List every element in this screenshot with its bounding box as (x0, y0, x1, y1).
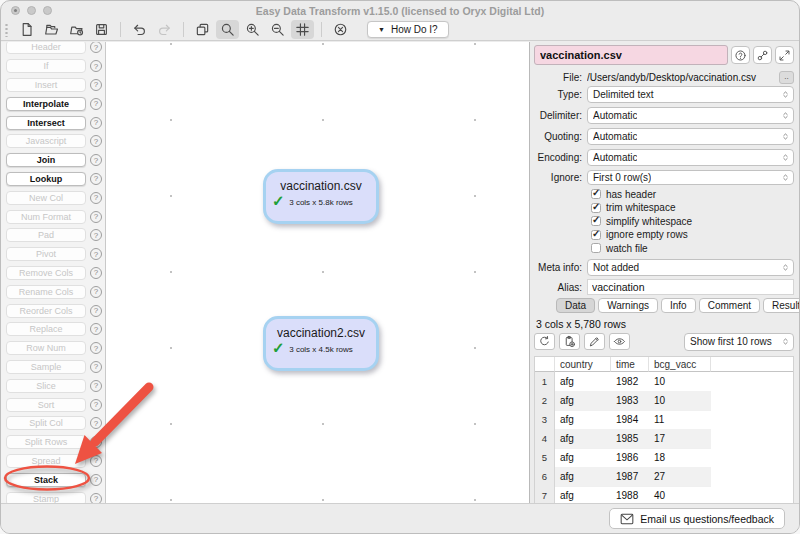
edit-button[interactable] (584, 333, 605, 350)
help-icon[interactable]: ? (90, 305, 102, 317)
transform-new-col-button[interactable]: New Col (6, 191, 86, 205)
flow-canvas[interactable]: ✓ vaccination.csv 3 cols x 5.8k rows ✓ v… (106, 42, 529, 504)
new-document-button[interactable] (15, 20, 38, 39)
transform-sort-button[interactable]: Sort (6, 398, 86, 412)
dataset-node[interactable]: ✓ vaccination.csv 3 cols x 5.8k rows (263, 169, 379, 224)
refresh-button[interactable] (534, 333, 555, 350)
help-icon[interactable]: ? (90, 79, 102, 91)
help-icon[interactable]: ? (90, 173, 102, 185)
zoom-out-button[interactable] (266, 20, 289, 39)
help-icon[interactable]: ? (90, 380, 102, 392)
help-icon[interactable]: ? (90, 135, 102, 147)
save-button[interactable] (90, 20, 113, 39)
help-icon[interactable]: ? (90, 211, 102, 223)
help-icon[interactable]: ? (90, 474, 102, 486)
dataset-node[interactable]: ✓ vaccination2.csv 3 cols x 4.5k rows (263, 316, 379, 371)
help-button[interactable] (731, 46, 750, 64)
ignore-rows-stepper[interactable]: First 0 row(s) (587, 170, 794, 185)
transform-split-col-button[interactable]: Split Col (6, 416, 86, 430)
help-icon[interactable]: ? (90, 361, 102, 373)
open-recent-button[interactable] (65, 20, 88, 39)
transform-pad-button[interactable]: Pad (6, 228, 86, 242)
redo-button[interactable] (153, 20, 176, 39)
has-header-checkbox[interactable] (591, 189, 601, 199)
help-icon[interactable]: ? (90, 192, 102, 204)
search-button[interactable] (216, 20, 239, 39)
zoom-in-button[interactable] (241, 20, 264, 39)
help-icon[interactable]: ? (90, 436, 102, 448)
table-row[interactable]: 6 afg 1987 27 (535, 467, 793, 486)
tab-comment[interactable]: Comment (699, 298, 760, 313)
alias-input[interactable] (587, 279, 794, 295)
delimiter-select[interactable]: Automatic (587, 107, 794, 124)
type-select[interactable]: Delimited text (587, 86, 794, 103)
watch-file-checkbox[interactable] (591, 243, 601, 253)
tab-info[interactable]: Info (661, 298, 696, 313)
undo-button[interactable] (128, 20, 151, 39)
transform-split-rows-button[interactable]: Split Rows (6, 435, 86, 449)
transform-intersect-button[interactable]: Intersect (6, 116, 86, 130)
help-icon[interactable]: ? (90, 117, 102, 129)
table-row[interactable]: 7 afg 1988 40 (535, 486, 793, 504)
help-icon[interactable]: ? (90, 229, 102, 241)
column-header[interactable]: country (555, 357, 611, 372)
transform-pivot-button[interactable]: Pivot (6, 247, 86, 261)
tab-data[interactable]: Data (556, 298, 595, 313)
transform-interpolate-button[interactable]: Interpolate (6, 97, 86, 111)
table-row[interactable]: 1 afg 1982 10 (535, 372, 793, 391)
stepper-arrows-icon[interactable] (781, 171, 790, 184)
transform-stack-button[interactable]: Stack (6, 473, 86, 487)
link-button[interactable] (753, 46, 772, 64)
duplicate-button[interactable] (191, 20, 214, 39)
help-icon[interactable]: ? (90, 342, 102, 354)
transform-num-format-button[interactable]: Num Format (6, 210, 86, 224)
help-icon[interactable]: ? (90, 455, 102, 467)
transform-if-button[interactable]: If (6, 59, 86, 73)
how-do-i-button[interactable]: ▼ How Do I? (367, 21, 449, 38)
tab-warnings[interactable]: Warnings (598, 298, 658, 313)
transform-join-button[interactable]: Join (6, 153, 86, 167)
cancel-button[interactable] (329, 20, 352, 39)
dataset-name-input[interactable] (534, 45, 728, 65)
trim-whitespace-checkbox[interactable] (591, 203, 601, 213)
expand-button[interactable] (775, 46, 794, 64)
transform-row-num-button[interactable]: Row Num (6, 341, 86, 355)
transform-reorder-cols-button[interactable]: Reorder Cols (6, 304, 86, 318)
transform-slice-button[interactable]: Slice (6, 379, 86, 393)
simplify-whitespace-checkbox[interactable] (591, 216, 601, 226)
show-rows-select[interactable]: Show first 10 rows (684, 333, 794, 351)
table-row[interactable]: 2 afg 1983 10 (535, 391, 793, 410)
quoting-select[interactable]: Automatic (587, 128, 794, 145)
column-header[interactable]: bcg_vacc (649, 357, 711, 372)
transform-javascript-button[interactable]: Javascript (6, 134, 86, 148)
transform-remove-cols-button[interactable]: Remove Cols (6, 266, 86, 280)
help-icon[interactable]: ? (90, 154, 102, 166)
help-icon[interactable]: ? (90, 98, 102, 110)
help-icon[interactable]: ? (90, 248, 102, 260)
transform-header-button[interactable]: Header (6, 42, 86, 54)
help-icon[interactable]: ? (90, 42, 102, 53)
help-icon[interactable]: ? (90, 323, 102, 335)
snap-grid-button[interactable] (291, 20, 314, 39)
table-row[interactable]: 4 afg 1985 17 (535, 429, 793, 448)
email-feedback-button[interactable]: Email us questions/feedback (609, 508, 785, 529)
transform-lookup-button[interactable]: Lookup (6, 172, 86, 186)
toolbar-drag-handle-icon[interactable] (5, 23, 8, 37)
copy-button[interactable] (559, 333, 580, 350)
meta-info-select[interactable]: Not added (587, 259, 794, 276)
transform-insert-button[interactable]: Insert (6, 78, 86, 92)
column-header[interactable]: time (611, 357, 649, 372)
tab-results[interactable]: Results (763, 298, 800, 313)
table-row[interactable]: 5 afg 1986 18 (535, 448, 793, 467)
table-row[interactable]: 3 afg 1984 11 (535, 410, 793, 429)
help-icon[interactable]: ? (90, 267, 102, 279)
help-icon[interactable]: ? (90, 417, 102, 429)
ignore-empty-rows-checkbox[interactable] (591, 230, 601, 240)
browse-file-button[interactable]: .. (779, 71, 794, 84)
transform-replace-button[interactable]: Replace (6, 322, 86, 336)
open-folder-button[interactable] (40, 20, 63, 39)
encoding-select[interactable]: Automatic (587, 149, 794, 166)
help-icon[interactable]: ? (90, 399, 102, 411)
transform-rename-cols-button[interactable]: Rename Cols (6, 285, 86, 299)
transform-spread-button[interactable]: Spread (6, 454, 86, 468)
